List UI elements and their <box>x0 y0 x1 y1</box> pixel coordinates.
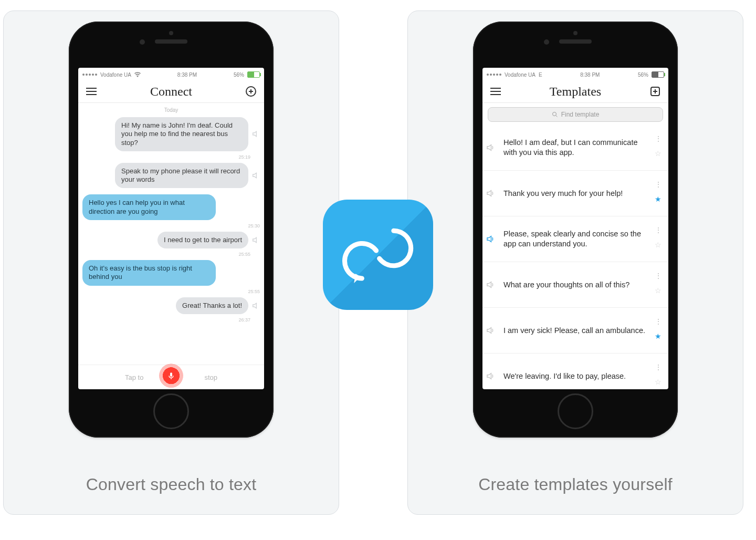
message-time: 25:55 <box>82 289 260 294</box>
status-bar: Vodafone UA E 8:38 PM 56% <box>482 68 668 80</box>
app-logo-icon <box>338 215 417 294</box>
template-text: Please, speak clearly and concise so the… <box>503 229 649 249</box>
clock-label: 8:38 PM <box>177 72 197 78</box>
phone-frame-right: Vodafone UA E 8:38 PM 56% Templates <box>473 22 678 438</box>
battery-icon <box>652 71 664 78</box>
phone-camera-dot <box>544 39 549 45</box>
page-title: Templates <box>550 85 601 99</box>
search-wrap: Find template <box>482 103 668 125</box>
template-more-icon[interactable]: ⋮ <box>655 183 662 185</box>
template-row[interactable]: What are your thoughts on all of this? ⋮… <box>482 262 668 308</box>
marketing-screenshots: Vodafone UA 8:38 PM 56% Con <box>0 0 756 525</box>
phone-screen-right: Vodafone UA E 8:38 PM 56% Templates <box>482 68 668 389</box>
status-bar: Vodafone UA 8:38 PM 56% <box>78 68 264 80</box>
play-template-icon[interactable] <box>486 371 500 381</box>
template-more-icon[interactable]: ⋮ <box>655 138 662 140</box>
templates-list: Hello! I am deaf, but I can communicate … <box>482 125 668 389</box>
message-row: Oh it's easy is the bus stop is right be… <box>82 260 260 286</box>
message-bubble[interactable]: I need to get to the airport <box>158 232 248 248</box>
template-row[interactable]: I am very sick! Please, call an ambulanc… <box>482 308 668 354</box>
phone-frame-left: Vodafone UA 8:38 PM 56% Con <box>69 22 274 438</box>
card-caption: Convert speech to text <box>4 475 339 494</box>
template-row[interactable]: Thank you very much for your help! ⋮ ★ <box>482 171 668 216</box>
message-bubble[interactable]: Great! Thanks a lot! <box>176 297 248 314</box>
template-row[interactable]: Please, speak clearly and concise so the… <box>482 216 668 262</box>
phone-sensor-dot <box>169 31 173 35</box>
template-more-icon[interactable]: ⋮ <box>655 275 662 277</box>
favorite-star-icon[interactable]: ☆ <box>655 241 662 249</box>
play-template-icon[interactable] <box>486 143 500 152</box>
menu-button[interactable] <box>489 85 502 98</box>
message-row: Great! Thanks a lot! <box>82 297 260 314</box>
favorite-star-icon[interactable]: ★ <box>655 195 662 203</box>
template-more-icon[interactable]: ⋮ <box>655 366 662 368</box>
signal-icon <box>487 74 501 76</box>
phone-speaker <box>559 39 592 44</box>
home-button[interactable] <box>558 393 593 429</box>
play-template-icon[interactable] <box>486 326 500 335</box>
app-header: Templates <box>482 80 668 103</box>
left-showcase-card: Vodafone UA 8:38 PM 56% Con <box>3 11 339 515</box>
template-row[interactable]: We're leaving. I'd like to pay, please. … <box>482 354 668 389</box>
template-text: Hello! I am deaf, but I can communicate … <box>503 138 649 158</box>
battery-icon <box>247 71 260 78</box>
template-text: What are your thoughts on all of this? <box>503 280 649 290</box>
favorite-star-icon[interactable]: ☆ <box>655 378 662 386</box>
message-time: 25:55 <box>82 252 260 257</box>
favorite-star-icon[interactable]: ★ <box>655 332 662 340</box>
phone-screen-left: Vodafone UA 8:38 PM 56% Con <box>78 68 264 389</box>
svg-point-2 <box>552 112 556 116</box>
search-icon <box>552 111 558 118</box>
clock-label: 8:38 PM <box>580 72 600 78</box>
message-time: 26:37 <box>82 317 260 323</box>
day-label: Today <box>82 107 260 113</box>
speaker-icon[interactable] <box>251 236 260 244</box>
add-template-icon[interactable] <box>648 85 662 98</box>
carrier-label: Vodafone UA <box>505 72 536 78</box>
battery-pct-label: 56% <box>638 72 648 78</box>
template-text: I am very sick! Please, call an ambulanc… <box>503 326 649 336</box>
page-title: Connect <box>150 85 192 99</box>
search-input[interactable]: Find template <box>488 107 663 122</box>
carrier-label: Vodafone UA <box>100 72 131 78</box>
favorite-star-icon[interactable]: ☆ <box>655 286 662 295</box>
play-template-icon[interactable] <box>486 234 500 244</box>
wifi-icon <box>134 72 141 77</box>
template-row[interactable]: Hello! I am deaf, but I can communicate … <box>482 125 668 171</box>
menu-button[interactable] <box>85 85 98 98</box>
search-placeholder: Find template <box>561 111 600 118</box>
play-template-icon[interactable] <box>486 189 500 198</box>
message-bubble[interactable]: Hi! My name is John! I'm deaf. Could you… <box>115 117 248 151</box>
speaker-icon[interactable] <box>251 130 260 138</box>
record-button[interactable] <box>159 364 183 388</box>
message-row: Hello yes I can help you in what directi… <box>82 194 260 220</box>
app-header: Connect <box>78 80 264 103</box>
template-more-icon[interactable]: ⋮ <box>655 229 662 231</box>
speaker-icon[interactable] <box>251 171 260 180</box>
record-hint-right: stop <box>204 373 217 381</box>
favorite-star-icon[interactable]: ☆ <box>655 149 662 158</box>
message-bubble[interactable]: Speak to my phone please it will record … <box>115 163 248 189</box>
record-bar: Tap to stop <box>78 365 264 389</box>
record-hint-left: Tap to <box>125 373 143 381</box>
message-bubble[interactable]: Hello yes I can help you in what directi… <box>82 194 216 220</box>
card-caption: Create templates yourself <box>408 475 743 494</box>
message-bubble[interactable]: Oh it's easy is the bus stop is right be… <box>82 260 216 286</box>
new-chat-icon[interactable] <box>244 85 258 98</box>
message-row: Speak to my phone please it will record … <box>82 163 260 189</box>
phone-speaker <box>155 39 187 44</box>
play-template-icon[interactable] <box>486 280 500 289</box>
signal-icon <box>82 74 97 76</box>
phone-sensor-dot <box>573 31 578 35</box>
phone-camera-dot <box>140 39 145 45</box>
message-row: Hi! My name is John! I'm deaf. Could you… <box>82 117 260 151</box>
right-showcase-card: Vodafone UA E 8:38 PM 56% Templates <box>407 11 743 515</box>
template-text: Thank you very much for your help! <box>503 189 649 199</box>
home-button[interactable] <box>153 393 189 429</box>
battery-pct-label: 56% <box>234 72 244 78</box>
message-time: 25:19 <box>82 154 260 160</box>
template-more-icon[interactable]: ⋮ <box>655 320 662 323</box>
speaker-icon[interactable] <box>251 302 260 310</box>
message-time: 25:30 <box>82 223 260 229</box>
message-row: I need to get to the airport <box>82 232 260 248</box>
